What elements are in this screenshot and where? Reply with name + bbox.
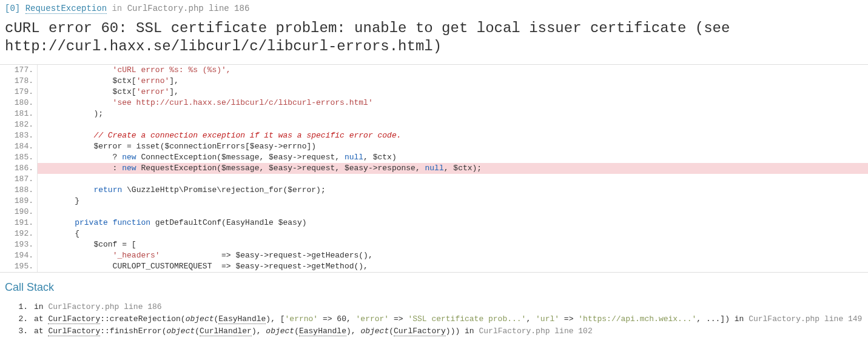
code-content: { — [38, 228, 868, 239]
code-line: 183. // Create a connection exception if… — [0, 130, 868, 141]
exception-subheader: [0] RequestException in CurlFactory.php … — [5, 4, 863, 13]
code-line: 187. — [0, 174, 868, 185]
code-content: $conf = [ — [38, 239, 868, 250]
stack-frame-number: 1. — [17, 301, 34, 313]
code-line: 193. $conf = [ — [0, 239, 868, 250]
line-number: 184. — [0, 141, 38, 152]
line-number: 183. — [0, 130, 38, 141]
stack-frame: 2.at CurlFactory::createRejection(object… — [17, 313, 868, 325]
stack-frame-number: 2. — [17, 313, 34, 325]
code-line: 195. CURLOPT_CUSTOMREQUEST => $easy->req… — [0, 261, 868, 272]
code-line: 194. '_headers' => $easy->request->getHe… — [0, 250, 868, 261]
line-number: 187. — [0, 174, 38, 185]
code-content: 'see http://curl.haxx.se/libcurl/c/libcu… — [38, 98, 868, 108]
stack-arg-class[interactable]: EasyHandle — [218, 314, 266, 324]
exception-header: [0] RequestException in CurlFactory.php … — [0, 0, 868, 64]
code-snippet: 177. 'cURL error %s: %s (%s)',178. $ctx[… — [0, 64, 868, 273]
code-line: 188. return \GuzzleHttp\Promise\rejectio… — [0, 185, 868, 196]
code-content: private function getDefaultConf(EasyHand… — [38, 218, 868, 228]
code-line: 180. 'see http://curl.haxx.se/libcurl/c/… — [0, 98, 868, 108]
line-number: 178. — [0, 76, 38, 87]
code-line: 192. { — [0, 228, 868, 239]
line-number: 194. — [0, 250, 38, 261]
line-number: 186. — [0, 163, 38, 174]
line-number: 191. — [0, 218, 38, 228]
error-message: cURL error 60: SSL certificate problem: … — [5, 19, 863, 63]
code-content — [38, 174, 868, 185]
code-line: 178. $ctx['errno'], — [0, 76, 868, 87]
code-content: $error = isset($connectionErrors[$easy->… — [38, 141, 868, 152]
line-number: 177. — [0, 65, 38, 76]
code-line: 190. — [0, 207, 868, 218]
line-number: 181. — [0, 108, 38, 119]
stack-arg-class[interactable]: EasyHandle — [299, 327, 346, 336]
stack-class-link[interactable]: CurlFactory — [48, 314, 100, 324]
line-number: 188. — [0, 185, 38, 196]
in-word: in — [112, 4, 122, 13]
code-line: 185. ? new ConnectException($message, $e… — [0, 152, 868, 163]
stack-class-link[interactable]: CurlFactory — [48, 327, 100, 336]
code-line: 177. 'cURL error %s: %s (%s)', — [0, 65, 868, 76]
code-content — [38, 119, 868, 130]
code-line: 186. : new RequestException($message, $e… — [0, 163, 868, 174]
code-content: 'cURL error %s: %s (%s)', — [38, 65, 868, 76]
call-stack-section: Call Stack — [0, 273, 868, 297]
stack-arg-class[interactable]: CurlHandler — [200, 327, 252, 336]
stack-location[interactable]: CurlFactory.php line 186 — [48, 302, 161, 311]
code-content: : new RequestException($message, $easy->… — [38, 163, 868, 174]
code-line: 191. private function getDefaultConf(Eas… — [0, 218, 868, 228]
line-number: 189. — [0, 196, 38, 207]
code-content: ); — [38, 108, 868, 119]
line-number: 192. — [0, 228, 38, 239]
code-line: 182. — [0, 119, 868, 130]
stack-frame-text: in CurlFactory.php line 186 — [34, 301, 868, 313]
call-stack-list: 1.in CurlFactory.php line 1862.at CurlFa… — [0, 297, 868, 337]
code-content: '_headers' => $easy->request->getHeaders… — [38, 250, 868, 261]
exception-index: [0] — [5, 4, 20, 13]
stack-location[interactable]: CurlFactory.php line 149 — [749, 314, 862, 324]
code-content: $ctx['errno'], — [38, 76, 868, 87]
stack-frame: 3.at CurlFactory::finishError(object(Cur… — [17, 325, 868, 337]
stack-location[interactable]: CurlFactory.php line 102 — [479, 327, 592, 336]
line-number: 193. — [0, 239, 38, 250]
exception-class-link[interactable]: RequestException — [25, 4, 107, 14]
stack-frame: 1.in CurlFactory.php line 186 — [17, 301, 868, 313]
code-content: } — [38, 196, 868, 207]
call-stack-title: Call Stack — [5, 281, 863, 294]
code-content: return \GuzzleHttp\Promise\rejection_for… — [38, 185, 868, 196]
stack-frame-text: at CurlFactory::createRejection(object(E… — [34, 313, 868, 325]
line-number: 180. — [0, 98, 38, 108]
code-line: 184. $error = isset($connectionErrors[$e… — [0, 141, 868, 152]
stack-arg-class[interactable]: CurlFactory — [394, 327, 446, 336]
line-number: 182. — [0, 119, 38, 130]
line-number: 185. — [0, 152, 38, 163]
code-content: // Create a connection exception if it w… — [38, 130, 868, 141]
code-content: ? new ConnectException($message, $easy->… — [38, 152, 868, 163]
code-line: 181. ); — [0, 108, 868, 119]
line-number: 179. — [0, 87, 38, 98]
line-number: 195. — [0, 261, 38, 272]
stack-frame-text: at CurlFactory::finishError(object(CurlH… — [34, 325, 868, 337]
stack-frame-number: 3. — [17, 325, 34, 337]
code-line: 179. $ctx['error'], — [0, 87, 868, 98]
file-location[interactable]: CurlFactory.php line 186 — [127, 4, 250, 13]
code-content: $ctx['error'], — [38, 87, 868, 98]
code-content — [38, 207, 868, 218]
code-line: 189. } — [0, 196, 868, 207]
code-content: CURLOPT_CUSTOMREQUEST => $easy->request-… — [38, 261, 868, 272]
line-number: 190. — [0, 207, 38, 218]
